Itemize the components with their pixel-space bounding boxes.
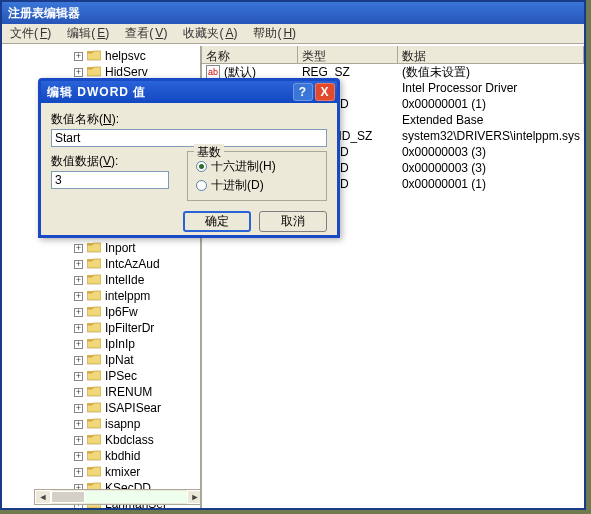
tree-expand-icon[interactable]: + xyxy=(74,436,83,445)
folder-icon xyxy=(87,337,105,352)
tree-expand-icon[interactable]: + xyxy=(74,308,83,317)
ok-button[interactable]: 确定 xyxy=(183,211,251,232)
value-data-label: 数值数据(V): xyxy=(51,153,179,170)
edit-dword-dialog: 编辑 DWORD 值 ? X 数值名称(N): 数值数据(V): 基数 十六进制… xyxy=(38,78,340,238)
tree-item-label: ISAPISear xyxy=(105,401,161,415)
value-data: 0x00000001 (1) xyxy=(398,97,584,111)
scroll-thumb[interactable] xyxy=(51,491,85,503)
tree-item-label: HidServ xyxy=(105,65,148,79)
tree-item-label: Ip6Fw xyxy=(105,305,138,319)
folder-icon xyxy=(87,385,105,400)
dialog-body: 数值名称(N): 数值数据(V): 基数 十六进制(H) 十进制(D) xyxy=(41,103,337,205)
dialog-button-row: 确定 取消 xyxy=(41,205,337,240)
tree-item-label: Inport xyxy=(105,241,136,255)
column-name[interactable]: 名称 xyxy=(202,46,298,63)
folder-icon xyxy=(87,273,105,288)
tree-item[interactable]: +IPSec xyxy=(2,368,200,384)
tree-expand-icon[interactable]: + xyxy=(74,372,83,381)
main-titlebar[interactable]: 注册表编辑器 xyxy=(2,2,584,24)
value-icon: ab xyxy=(206,65,220,79)
value-data: 0x00000003 (3) xyxy=(398,145,584,159)
tree-item[interactable]: +kbdhid xyxy=(2,448,200,464)
tree-item[interactable]: +intelppm xyxy=(2,288,200,304)
tree-expand-icon[interactable]: + xyxy=(74,260,83,269)
tree-expand-icon[interactable]: + xyxy=(74,52,83,61)
tree-item-label: IRENUM xyxy=(105,385,152,399)
base-groupbox: 基数 十六进制(H) 十进制(D) xyxy=(187,151,327,201)
folder-icon xyxy=(87,449,105,464)
menu-fav[interactable]: 收藏夹(A) xyxy=(179,24,241,43)
radio-dec-label: 十进制(D) xyxy=(211,177,264,194)
tree-item[interactable]: +IpInIp xyxy=(2,336,200,352)
scroll-track[interactable] xyxy=(51,491,187,503)
tree-expand-icon[interactable]: + xyxy=(74,340,83,349)
tree-expand-icon[interactable]: + xyxy=(74,468,83,477)
dialog-title-text: 编辑 DWORD 值 xyxy=(47,84,146,101)
scroll-left-button[interactable]: ◄ xyxy=(35,490,51,504)
dialog-close-button[interactable]: X xyxy=(315,83,335,101)
tree-expand-icon[interactable]: + xyxy=(74,452,83,461)
tree-expand-icon[interactable]: + xyxy=(74,420,83,429)
radio-dec[interactable]: 十进制(D) xyxy=(196,177,318,194)
dialog-titlebar[interactable]: 编辑 DWORD 值 ? X xyxy=(41,81,337,103)
radio-hex-dot[interactable] xyxy=(196,161,207,172)
value-data-input[interactable] xyxy=(51,171,169,189)
value-data: 0x00000003 (3) xyxy=(398,161,584,175)
folder-icon xyxy=(87,433,105,448)
scroll-right-button[interactable]: ► xyxy=(187,490,202,504)
folder-icon xyxy=(87,417,105,432)
tree-item-label: IPSec xyxy=(105,369,137,383)
tree-item[interactable]: +helpsvc xyxy=(2,48,200,64)
tree-horizontal-scrollbar[interactable]: ◄ ► xyxy=(34,489,202,505)
base-legend: 基数 xyxy=(194,144,224,161)
tree-expand-icon[interactable]: + xyxy=(74,356,83,365)
tree-expand-icon[interactable]: + xyxy=(74,292,83,301)
tree-expand-icon[interactable]: + xyxy=(74,276,83,285)
tree-item[interactable]: +isapnp xyxy=(2,416,200,432)
main-title-text: 注册表编辑器 xyxy=(8,5,80,22)
tree-item-label: intelppm xyxy=(105,289,150,303)
tree-item[interactable]: +IpNat xyxy=(2,352,200,368)
tree-expand-icon[interactable]: + xyxy=(74,388,83,397)
menu-file[interactable]: 文件(F) xyxy=(6,24,55,43)
value-data: 0x00000001 (1) xyxy=(398,177,584,191)
tree-item[interactable]: +Ip6Fw xyxy=(2,304,200,320)
folder-icon xyxy=(87,257,105,272)
columns-header: 名称 类型 数据 xyxy=(202,46,584,64)
tree-item-label: IntcAzAud xyxy=(105,257,160,271)
tree-item-label: helpsvc xyxy=(105,49,146,63)
tree-item[interactable]: +IntelIde xyxy=(2,272,200,288)
tree-expand-icon[interactable]: + xyxy=(74,324,83,333)
dialog-help-button[interactable]: ? xyxy=(293,83,313,101)
registry-editor-window: 注册表编辑器 文件(F) 编辑(E) 查看(V) 收藏夹(A) 帮助(H) +h… xyxy=(0,0,586,510)
value-name-input[interactable] xyxy=(51,129,327,147)
column-data[interactable]: 数据 xyxy=(398,46,584,63)
menu-view[interactable]: 查看(V) xyxy=(121,24,171,43)
tree-item[interactable]: +IRENUM xyxy=(2,384,200,400)
folder-icon xyxy=(87,49,105,64)
help-icon: ? xyxy=(299,85,307,99)
close-icon: X xyxy=(320,85,329,99)
main-menubar[interactable]: 文件(F) 编辑(E) 查看(V) 收藏夹(A) 帮助(H) xyxy=(2,24,584,44)
value-data: (数值未设置) xyxy=(398,64,584,81)
value-data: Extended Base xyxy=(398,113,584,127)
tree-item[interactable]: +IpFilterDr xyxy=(2,320,200,336)
cancel-button[interactable]: 取消 xyxy=(259,211,327,232)
menu-edit[interactable]: 编辑(E) xyxy=(63,24,113,43)
tree-item-label: kmixer xyxy=(105,465,140,479)
tree-item[interactable]: +kmixer xyxy=(2,464,200,480)
tree-item-label: kbdhid xyxy=(105,449,140,463)
folder-icon xyxy=(87,289,105,304)
folder-icon xyxy=(87,305,105,320)
tree-expand-icon[interactable]: + xyxy=(74,404,83,413)
tree-item-label: IpFilterDr xyxy=(105,321,154,335)
column-type[interactable]: 类型 xyxy=(298,46,398,63)
tree-expand-icon[interactable]: + xyxy=(74,68,83,77)
tree-item[interactable]: +IntcAzAud xyxy=(2,256,200,272)
tree-item[interactable]: +Inport xyxy=(2,240,200,256)
tree-expand-icon[interactable]: + xyxy=(74,244,83,253)
tree-item[interactable]: +Kbdclass xyxy=(2,432,200,448)
tree-item[interactable]: +ISAPISear xyxy=(2,400,200,416)
radio-dec-dot[interactable] xyxy=(196,180,207,191)
menu-help[interactable]: 帮助(H) xyxy=(249,24,300,43)
